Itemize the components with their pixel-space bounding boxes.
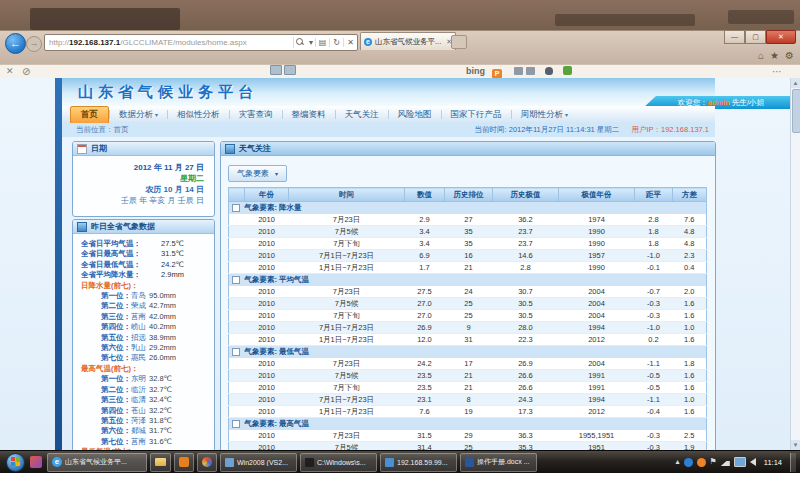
- table-cell: 16: [445, 250, 493, 262]
- table-row: 20101月1日~7月23日7.61917.32012-0.41.6: [229, 406, 707, 418]
- page-scrollbar[interactable]: ▲ ▼: [790, 78, 800, 450]
- menu-item-7[interactable]: 国家下行产品: [442, 109, 511, 121]
- background-window-fragment: [728, 10, 794, 24]
- station-link[interactable]: 青岛: [131, 291, 146, 301]
- minimize-button[interactable]: —: [724, 30, 745, 44]
- compatibility-view-icon[interactable]: ▤: [315, 38, 329, 47]
- element-filter-button[interactable]: 气象要素▾: [228, 165, 287, 182]
- station-link[interactable]: 乳山: [131, 343, 146, 353]
- menu-item-0[interactable]: 首页: [70, 106, 109, 124]
- network-icon[interactable]: [721, 458, 730, 466]
- expand-icon[interactable]: [232, 204, 240, 212]
- taskbar-window-button[interactable]: 192.168.59.99...: [380, 453, 457, 472]
- tray-fox-icon[interactable]: [697, 458, 706, 467]
- table-cell: 1957: [559, 250, 635, 262]
- taskbar-window-button[interactable]: Win2008 (VS2...: [220, 453, 297, 472]
- rank-label: 第四位：: [101, 322, 131, 332]
- search-dropdown-icon[interactable]: ▾: [307, 38, 315, 47]
- station-link[interactable]: 临沂: [131, 385, 146, 395]
- volume-icon[interactable]: [750, 458, 756, 466]
- taskbar-window-button[interactable]: C:\Windows\s...: [300, 453, 377, 472]
- station-link[interactable]: 郯城: [131, 426, 146, 436]
- start-button[interactable]: [6, 453, 25, 472]
- close-button[interactable]: ✕: [766, 30, 796, 44]
- display-icon[interactable]: [734, 457, 746, 467]
- taskbar-clock[interactable]: 11:14: [764, 458, 782, 467]
- search-icon[interactable]: [293, 37, 307, 48]
- snapshot-icon[interactable]: [514, 65, 538, 78]
- bing-logo[interactable]: bing: [466, 65, 485, 78]
- tray-expand-icon[interactable]: ▴: [676, 458, 680, 466]
- station-link[interactable]: 招远: [131, 333, 146, 343]
- menu-item-4[interactable]: 整编资料: [283, 109, 335, 121]
- tray-flag-icon[interactable]: ⚑: [710, 458, 717, 466]
- scroll-up-icon[interactable]: ▲: [791, 78, 800, 88]
- tray-blue-icon[interactable]: [684, 458, 693, 467]
- expand-icon[interactable]: [232, 276, 240, 284]
- weather-panel-title: 昨日全省气象数据: [91, 221, 155, 232]
- taskbar-folder-button[interactable]: [150, 453, 171, 472]
- calendar-ganzhi[interactable]: 壬辰 年 辛亥 月 壬辰 日: [73, 195, 204, 206]
- refresh-icon[interactable]: ↻: [329, 38, 343, 47]
- table-header-row: 年份时间数值历史排位历史极值极值年份距平方差: [229, 188, 707, 202]
- blocked-icon[interactable]: ⊘: [22, 65, 30, 78]
- table-cell: 23.5: [405, 370, 445, 382]
- show-desktop-button[interactable]: [790, 453, 796, 472]
- station-link[interactable]: 东明: [131, 374, 146, 384]
- station-link[interactable]: 苍山: [131, 406, 146, 416]
- more-icon[interactable]: ⋯: [772, 65, 782, 78]
- row-select-cell: [229, 310, 245, 322]
- menu-item-6[interactable]: 风险地图: [389, 109, 441, 121]
- forward-button[interactable]: →: [26, 36, 42, 52]
- station-link[interactable]: 莒南: [131, 312, 146, 322]
- menu-item-2[interactable]: 相似性分析: [168, 109, 229, 121]
- new-tab-button[interactable]: [451, 35, 467, 49]
- taskbar-window-button[interactable]: 操作手册.docx ...: [460, 453, 537, 472]
- table-cell: -0.7: [635, 286, 673, 298]
- expand-icon[interactable]: [232, 348, 240, 356]
- menu-item-5[interactable]: 天气关注: [336, 109, 388, 121]
- favorites-star-icon[interactable]: ★: [770, 50, 779, 61]
- expand-icon[interactable]: [232, 420, 240, 428]
- browser-tab[interactable]: e 山东省气候业务平... ✕: [360, 32, 456, 50]
- menu-item-8[interactable]: 周期性分析▾: [512, 109, 578, 121]
- address-bar[interactable]: http://192.168.137.1/GLCCLIMATE/modules/…: [44, 34, 358, 51]
- station-link[interactable]: 临清: [131, 395, 146, 405]
- table-row: 20101月1日~7月23日1.7212.81990-0.10.4: [229, 262, 707, 274]
- station-link[interactable]: 惠民: [131, 353, 146, 363]
- url-text[interactable]: http://192.168.137.1/GLCCLIMATE/modules/…: [45, 38, 293, 47]
- maximize-button[interactable]: ▢: [745, 30, 766, 44]
- scrollbar-thumb[interactable]: [792, 89, 800, 133]
- taskbar-ie-window[interactable]: e 山东省气候业务平...: [47, 453, 147, 472]
- stat-label: 全省日最低气温：: [81, 260, 161, 270]
- card-icons[interactable]: [270, 65, 298, 79]
- tools-gear-icon[interactable]: ⚙: [785, 50, 794, 61]
- window-label: 192.168.59.99...: [397, 459, 448, 466]
- rank-value: 31.6℃: [149, 437, 172, 447]
- table-cell: 30.7: [493, 286, 559, 298]
- table-cell: 2004: [559, 286, 635, 298]
- paw-icon[interactable]: [545, 65, 556, 78]
- column-header: 极值年份: [559, 188, 635, 202]
- taskbar-app-button[interactable]: [174, 453, 194, 472]
- table-cell: 2010: [245, 226, 289, 238]
- scroll-down-icon[interactable]: ▼: [791, 440, 800, 450]
- station-link[interactable]: 莒南: [131, 437, 146, 447]
- table-cell: 4.8: [673, 226, 707, 238]
- tab-title[interactable]: 山东省气候业务平...: [375, 37, 444, 47]
- menu-item-3[interactable]: 灾害查询: [230, 109, 282, 121]
- quick-launch-icon[interactable]: [30, 456, 42, 468]
- home-icon[interactable]: ⌂: [758, 50, 764, 61]
- table-cell: 1994: [559, 322, 635, 334]
- taskbar-media-button[interactable]: [197, 453, 217, 472]
- station-link[interactable]: 菏泽: [131, 416, 146, 426]
- search-provider-icon[interactable]: P: [492, 65, 502, 79]
- stop-icon[interactable]: ✕: [343, 38, 357, 47]
- back-button[interactable]: ←: [5, 33, 26, 54]
- station-link[interactable]: 崂山: [131, 322, 146, 332]
- toolbar-close-icon[interactable]: ✕: [6, 65, 14, 78]
- station-link[interactable]: 荣成: [131, 301, 146, 311]
- addon-puzzle-icon[interactable]: [563, 65, 572, 78]
- menu-item-1[interactable]: 数据分析▾: [110, 109, 167, 121]
- user-ip: 用户IP：192.168.137.1: [631, 125, 709, 134]
